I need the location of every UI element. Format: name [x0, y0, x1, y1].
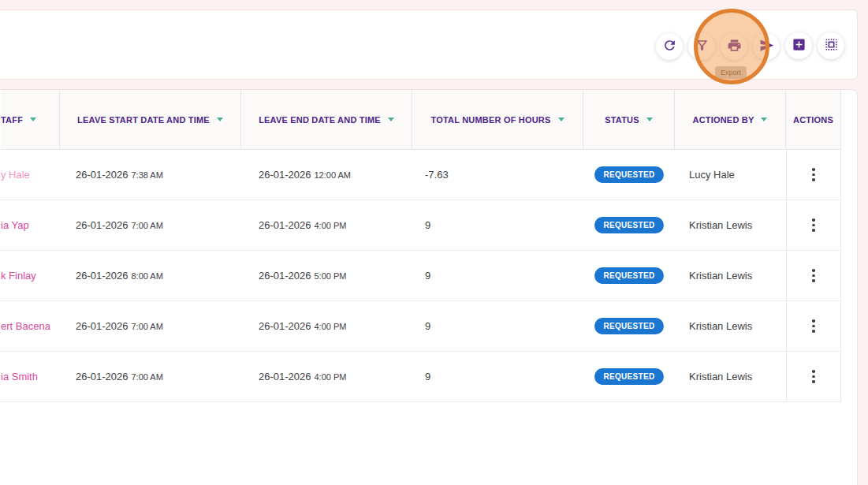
leave-start-cell: 26-01-20267:38 AM: [60, 150, 241, 200]
filter-button[interactable]: [688, 33, 715, 60]
actioned-by-cell: Kristian Lewis: [675, 251, 786, 300]
column-header-actioned-by[interactable]: ACTIONED BY: [675, 90, 786, 150]
column-header-leave-end[interactable]: LEAVE END DATE AND TIME: [241, 90, 412, 150]
send-button[interactable]: [753, 33, 780, 60]
column-header-leave-start[interactable]: LEAVE START DATE AND TIME: [60, 90, 241, 150]
staff-link[interactable]: ert Bacena: [1, 320, 50, 332]
column-label: LEAVE END DATE AND TIME: [259, 115, 381, 125]
actioned-by-cell: Kristian Lewis: [675, 352, 786, 401]
leave-start-cell: 26-01-20267:00 AM: [60, 352, 241, 401]
column-header-total-hours[interactable]: TOTAL NUMBER OF HOURS: [412, 90, 583, 150]
leave-start-cell: 26-01-20268:00 AM: [60, 251, 241, 300]
refresh-icon: [662, 38, 677, 55]
leave-end-cell: 26-01-20265:00 PM: [241, 251, 412, 300]
sort-arrow-icon: [558, 118, 564, 121]
select-widget-button[interactable]: [818, 32, 844, 59]
status-badge: REQUESTED: [594, 318, 665, 334]
leave-end-cell: 26-01-20264:00 PM: [241, 352, 412, 401]
leave-start-cell: 26-01-20267:00 AM: [60, 200, 241, 250]
sort-arrow-icon: [388, 118, 394, 121]
print-icon: [727, 38, 742, 55]
sort-arrow-icon: [646, 118, 653, 121]
table-card: TAFF LEAVE START DATE AND TIME LEAVE END…: [0, 89, 858, 485]
sort-arrow-icon: [30, 118, 36, 121]
column-header-status[interactable]: STATUS: [583, 90, 675, 150]
refresh-button[interactable]: [656, 33, 683, 60]
column-label: ACTIONS: [793, 115, 833, 125]
row-actions-menu-button[interactable]: [807, 214, 820, 237]
row-actions-menu-button[interactable]: [807, 365, 820, 388]
row-actions-menu-button[interactable]: [807, 264, 820, 287]
table-row: k Finlay 26-01-20268:00 AM 26-01-20265:0…: [1, 251, 841, 301]
staff-link[interactable]: k Finlay: [1, 270, 36, 282]
table-header-row: TAFF LEAVE START DATE AND TIME LEAVE END…: [1, 90, 841, 150]
filter-icon: [695, 38, 710, 55]
add-button[interactable]: [785, 32, 812, 59]
column-header-actions: ACTIONS: [786, 90, 841, 150]
row-actions-menu-button[interactable]: [807, 163, 820, 186]
leave-start-cell: 26-01-20267:00 AM: [60, 301, 241, 351]
staff-link[interactable]: ia Smith: [1, 371, 38, 382]
staff-link[interactable]: y Hale: [1, 169, 30, 181]
table-row: y Hale 26-01-20267:38 AM 26-01-202612:00…: [1, 150, 841, 200]
actioned-by-cell: Lucy Hale: [675, 150, 786, 200]
status-badge: REQUESTED: [594, 217, 665, 233]
total-hours-cell: 9: [412, 251, 583, 300]
leave-requests-table: TAFF LEAVE START DATE AND TIME LEAVE END…: [1, 90, 841, 402]
total-hours-cell: 9: [412, 301, 583, 351]
select-all-icon: [824, 37, 839, 54]
export-print-button[interactable]: [721, 33, 747, 60]
column-header-staff[interactable]: TAFF: [1, 90, 60, 150]
status-badge: REQUESTED: [594, 166, 665, 183]
total-hours-cell: -7.63: [412, 150, 583, 200]
add-icon: [792, 37, 807, 54]
status-badge: REQUESTED: [594, 267, 665, 284]
table-row: ia Smith 26-01-20267:00 AM 26-01-20264:0…: [1, 352, 841, 402]
staff-link[interactable]: ia Yap: [1, 219, 29, 231]
row-actions-menu-button[interactable]: [807, 315, 820, 338]
column-label: LEAVE START DATE AND TIME: [77, 115, 210, 125]
column-label: TOTAL NUMBER OF HOURS: [430, 115, 550, 125]
total-hours-cell: 9: [412, 352, 583, 401]
actioned-by-cell: Kristian Lewis: [675, 200, 786, 250]
column-label: TAFF: [1, 115, 23, 125]
status-badge: REQUESTED: [594, 368, 665, 385]
leave-end-cell: 26-01-20264:00 PM: [241, 301, 412, 351]
leave-end-cell: 26-01-202612:00 AM: [241, 150, 412, 200]
table-row: ia Yap 26-01-20267:00 AM 26-01-20264:00 …: [1, 200, 841, 251]
actioned-by-cell: Kristian Lewis: [675, 301, 786, 351]
send-icon: [759, 38, 774, 55]
column-label: STATUS: [605, 115, 639, 125]
leave-end-cell: 26-01-20264:00 PM: [241, 200, 412, 250]
column-label: ACTIONED BY: [693, 115, 754, 125]
total-hours-cell: 9: [412, 200, 583, 250]
sort-arrow-icon: [217, 118, 223, 121]
export-tooltip: Export: [715, 66, 747, 79]
table-row: ert Bacena 26-01-20267:00 AM 26-01-20264…: [1, 301, 841, 352]
sort-arrow-icon: [761, 118, 767, 121]
